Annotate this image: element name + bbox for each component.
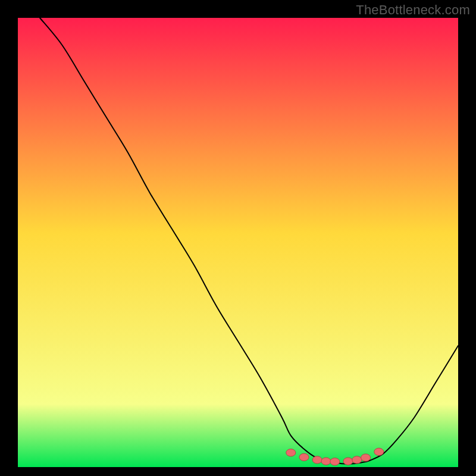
valley-marker — [352, 456, 362, 464]
valley-marker — [321, 458, 331, 465]
gradient-background — [18, 18, 458, 467]
valley-marker — [312, 456, 322, 464]
valley-marker — [299, 453, 309, 461]
valley-marker — [330, 458, 340, 465]
watermark-text: TheBottleneck.com — [356, 2, 470, 18]
valley-marker — [374, 448, 384, 455]
valley-marker — [343, 458, 353, 465]
valley-marker — [286, 449, 296, 456]
chart-stage: TheBottleneck.com — [0, 0, 476, 476]
chart-svg — [0, 0, 476, 476]
valley-marker — [361, 454, 371, 461]
